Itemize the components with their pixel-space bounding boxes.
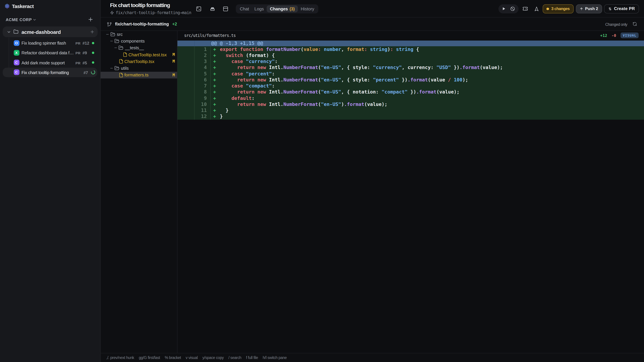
task-label: Refactor dashboard data f…: [22, 50, 74, 55]
changes-pill[interactable]: 3 changes: [542, 4, 574, 13]
collapse-dash-icon[interactable]: –: [106, 31, 110, 36]
refresh-icon[interactable]: [632, 22, 637, 26]
code-token: :: [318, 46, 321, 52]
chevron-down-icon: [32, 18, 36, 22]
tree-file-row[interactable]: formatters.tsM: [100, 72, 177, 79]
tab-logs[interactable]: Logs: [252, 5, 266, 12]
header-actions: 3 changes Push 2 Create PR: [498, 4, 639, 13]
terminal-icon[interactable]: [196, 6, 202, 11]
code-token: [266, 65, 269, 70]
run-controls: [498, 4, 518, 13]
task-type-icon: X: [14, 50, 19, 56]
pr-badge: PR: [76, 61, 80, 65]
ban-icon[interactable]: [510, 6, 515, 11]
code-token: , {: [341, 77, 353, 82]
gutter-divider: [210, 52, 211, 58]
diff-body: @@ @ -1,3 +1,15 @@1+export function form…: [177, 40, 644, 120]
code-token: (: [318, 65, 321, 70]
shortcut-hint: ,/. prev/next hunk: [106, 356, 134, 360]
folder-icon: [14, 29, 18, 34]
tab-changes[interactable]: Changes(3): [266, 5, 298, 12]
code-token: ): [341, 102, 344, 107]
create-pr-button-label: Create PR: [614, 6, 635, 11]
code-token: [220, 102, 237, 107]
tree-folder-row[interactable]: –src: [100, 31, 177, 38]
changed-only-toggle[interactable]: Changed only: [605, 22, 627, 27]
tree-folder-row[interactable]: –components: [100, 38, 177, 44]
file-icon: [118, 73, 123, 77]
gutter-divider: [210, 83, 211, 89]
play-icon[interactable]: [502, 7, 506, 11]
create-pr-button[interactable]: Create PR: [604, 4, 639, 13]
arrow-up-icon: [580, 7, 584, 11]
collapse-dash-icon[interactable]: –: [114, 45, 118, 50]
code-token: "en-US": [321, 77, 341, 82]
code-token: );: [382, 102, 387, 107]
code-token: return: [237, 102, 254, 107]
tab-history[interactable]: History: [298, 5, 317, 12]
shortcut-hint: v visual: [186, 356, 198, 360]
code-token: export: [220, 46, 237, 52]
code-token: [220, 59, 232, 64]
chevron-down-icon[interactable]: [7, 30, 11, 34]
gutter-divider: [210, 101, 211, 107]
push-button-label: Push 2: [585, 6, 598, 11]
code-token: (: [318, 77, 321, 82]
diff-file-header: src/utils/formatters.ts +12 -0 VISUAL: [177, 31, 644, 40]
push-button[interactable]: Push 2: [576, 4, 602, 13]
task-label: Add dark mode support: [22, 60, 65, 65]
tree-file-row[interactable]: ChartTooltip.tsxM: [100, 58, 177, 65]
tree-file-row[interactable]: ChartTooltip.test.tsxM: [100, 51, 177, 58]
task-number: #12: [82, 41, 89, 45]
gutter-divider: [210, 46, 211, 52]
added-sign: +: [213, 101, 216, 107]
code-line-text: case "currency":: [220, 58, 278, 64]
tab-chat[interactable]: Chat: [237, 5, 252, 12]
archive-stack-icon[interactable]: [210, 6, 215, 11]
tree-folder-row[interactable]: –__tests__: [100, 44, 177, 51]
collapse-dash-icon[interactable]: –: [110, 38, 114, 43]
code-line-text: }: [220, 113, 223, 120]
diff-added-line: 6+ return new Intl.NumberFormat("en-US",…: [177, 77, 644, 83]
file-icon: [123, 52, 128, 57]
code-token: , {: [341, 89, 353, 95]
code-token: [243, 83, 246, 88]
code-token: Intl: [269, 89, 280, 95]
code-token: [254, 65, 258, 70]
task-item[interactable]: CFix chart tooltip formatting#7: [0, 68, 100, 78]
tree-folder-row[interactable]: –utils: [100, 65, 177, 72]
project-row[interactable]: acme-dashboard: [3, 26, 98, 37]
code-line-text: return new Intl.NumberFormat("en-US").fo…: [220, 101, 388, 107]
code-token: new: [258, 102, 266, 107]
code-token: "percent": [246, 71, 272, 76]
task-status-dot: [92, 52, 94, 54]
add-task-button[interactable]: [90, 29, 94, 34]
branch-to-main: fix/chart-tooltip-formatting→main: [116, 10, 191, 15]
code-line-text: return new Intl.NumberFormat("en-US", { …: [220, 89, 460, 95]
tree-item-name: ChartTooltip.test.tsx: [128, 52, 167, 57]
code-token: }): [399, 77, 408, 82]
code-token: number: [324, 46, 341, 52]
code-token: (: [318, 89, 321, 95]
task-item[interactable]: CAdd dark mode supportPR#5: [0, 58, 100, 68]
code-token: :: [252, 95, 254, 101]
diff-added-line: 7+ case "compact":: [177, 83, 644, 89]
ticket-icon[interactable]: [522, 6, 528, 11]
code-token: "currency": [246, 59, 275, 64]
diff-added-line: 2+ switch (format) {: [177, 52, 644, 58]
org-selector[interactable]: ACME CORP: [0, 14, 100, 25]
code-token: case: [232, 71, 243, 76]
changes-dot: [546, 7, 549, 10]
added-sign: +: [213, 70, 216, 77]
added-sign: +: [213, 89, 216, 95]
add-project-button[interactable]: [88, 16, 94, 22]
code-line-text: case "compact":: [220, 83, 275, 89]
task-item[interactable]: OFix loading spinner flashPR#12: [0, 38, 100, 48]
diff-added-line: 1+export function formatNumber(value: nu…: [177, 46, 644, 52]
collapse-dash-icon[interactable]: –: [110, 65, 114, 70]
navigation-icon[interactable]: [534, 6, 539, 11]
task-item[interactable]: XRefactor dashboard data f…PR#9: [0, 48, 100, 58]
changes-pill-label: 3 changes: [551, 6, 570, 11]
panel-top-icon[interactable]: [223, 6, 228, 11]
code-token: ) {: [266, 53, 275, 58]
